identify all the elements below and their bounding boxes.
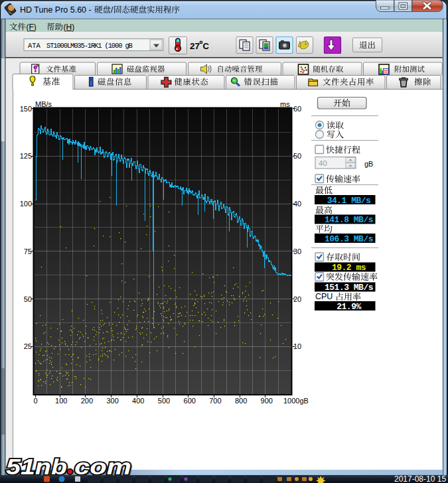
svg-text:ATA: ATA bbox=[28, 42, 41, 50]
svg-text:40: 40 bbox=[319, 159, 327, 167]
svg-text:34.1 MB/s: 34.1 MB/s bbox=[327, 196, 371, 206]
svg-text:800: 800 bbox=[235, 397, 247, 405]
svg-text:1000gB: 1000gB bbox=[283, 397, 309, 405]
svg-text:50: 50 bbox=[24, 295, 32, 303]
svg-text:19.2 ms: 19.2 ms bbox=[332, 263, 366, 273]
svg-text:30: 30 bbox=[293, 247, 301, 255]
svg-text:500: 500 bbox=[158, 397, 170, 405]
svg-text:0: 0 bbox=[33, 397, 37, 405]
svg-text:ST1000LM035-1RK1 (1000 gB: ST1000LM035-1RK1 (1000 gB bbox=[46, 42, 133, 50]
svg-text:25: 25 bbox=[24, 342, 32, 350]
svg-text:2017-08-10 15: 2017-08-10 15 bbox=[394, 474, 446, 483]
svg-text:/: / bbox=[111, 5, 113, 15]
svg-text:21.9%: 21.9% bbox=[336, 302, 361, 312]
svg-text:200: 200 bbox=[81, 397, 93, 405]
svg-text:(H): (H) bbox=[64, 23, 75, 32]
svg-text:75: 75 bbox=[24, 247, 32, 255]
svg-text:400: 400 bbox=[132, 397, 144, 405]
svg-text:HD Tune Pro 5.60 -: HD Tune Pro 5.60 - bbox=[20, 5, 92, 15]
svg-text:20: 20 bbox=[293, 295, 301, 303]
svg-text:125: 125 bbox=[20, 152, 32, 160]
svg-text:40: 40 bbox=[293, 200, 301, 208]
svg-text:151.3 MB/s: 151.3 MB/s bbox=[325, 283, 374, 293]
svg-text:gB: gB bbox=[364, 160, 373, 168]
svg-text:700: 700 bbox=[209, 397, 221, 405]
svg-text:MB/s: MB/s bbox=[35, 100, 52, 108]
svg-text:C: C bbox=[203, 41, 210, 51]
svg-text:600: 600 bbox=[184, 397, 196, 405]
svg-text:300: 300 bbox=[106, 397, 118, 405]
svg-text:100: 100 bbox=[20, 200, 32, 208]
svg-text:106.3 MB/s: 106.3 MB/s bbox=[325, 234, 374, 244]
svg-text:(F): (F) bbox=[27, 23, 37, 32]
svg-text:10: 10 bbox=[293, 342, 301, 350]
svg-text:ms: ms bbox=[280, 100, 290, 108]
svg-text:27: 27 bbox=[190, 41, 200, 51]
svg-text:900: 900 bbox=[261, 397, 273, 405]
svg-text:150: 150 bbox=[20, 105, 32, 113]
svg-text:60: 60 bbox=[293, 105, 301, 113]
svg-text:CPU: CPU bbox=[315, 292, 333, 301]
svg-text:141.8 MB/s: 141.8 MB/s bbox=[325, 215, 374, 225]
svg-text:50: 50 bbox=[293, 152, 301, 160]
svg-text:100: 100 bbox=[55, 397, 67, 405]
